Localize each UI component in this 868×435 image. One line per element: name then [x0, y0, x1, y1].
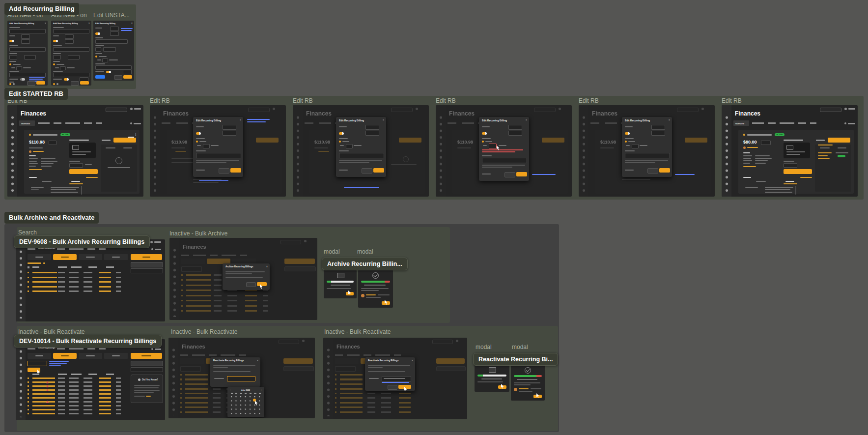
- customer-avatar[interactable]: [743, 146, 746, 149]
- frame-edit-rb-2[interactable]: Finances $110.98 Edit Recurring Billing …: [150, 105, 286, 197]
- frame-title-edit-rb-3[interactable]: Edit RB: [293, 97, 313, 104]
- tab-bar[interactable]: [57, 248, 126, 250]
- add-payment-button[interactable]: [828, 138, 850, 143]
- freq-select[interactable]: [9, 55, 17, 59]
- customer-link[interactable]: [33, 151, 44, 152]
- clear-date-link[interactable]: [382, 382, 409, 383]
- invoice-row-link[interactable]: [818, 155, 828, 156]
- day-grid[interactable]: [230, 396, 262, 415]
- radio-selected[interactable]: [53, 63, 55, 65]
- toggle-on[interactable]: [9, 40, 14, 42]
- value-input[interactable]: [110, 31, 119, 36]
- tab-bar[interactable]: [38, 122, 116, 124]
- frame-title-modal-1[interactable]: modal: [324, 248, 340, 255]
- table-search-input[interactable]: [131, 268, 163, 273]
- section-label-add-recurring-billing[interactable]: Add Recurring Billing: [4, 3, 79, 15]
- close-icon[interactable]: ×: [131, 22, 133, 25]
- tab-bar[interactable]: [57, 348, 126, 350]
- gear-icon[interactable]: [130, 122, 132, 124]
- amount-input[interactable]: [65, 34, 74, 39]
- amount-input[interactable]: [21, 34, 30, 39]
- save-button[interactable]: [230, 168, 241, 173]
- duration-input[interactable]: [102, 58, 108, 62]
- start-date-input[interactable]: [95, 39, 128, 44]
- frame-edit-rb-6[interactable]: Finances Overview ACTIVE $80.00: [722, 105, 858, 197]
- applicable-select[interactable]: [69, 163, 83, 168]
- customer-avatar[interactable]: [29, 150, 31, 153]
- frame-title-edit-rb-4[interactable]: Edit RB: [436, 97, 456, 104]
- active-radio[interactable]: [9, 83, 11, 85]
- scrollbar[interactable]: [795, 186, 796, 195]
- kebab-icon[interactable]: ⋮: [134, 132, 137, 136]
- invoice-theme-select[interactable]: [53, 73, 89, 77]
- active-radio[interactable]: [53, 83, 55, 85]
- status-tab-inactive-selected[interactable]: [53, 353, 77, 359]
- close-icon[interactable]: ×: [383, 119, 384, 121]
- close-icon[interactable]: ×: [412, 359, 413, 362]
- frame-title-search[interactable]: Search: [18, 229, 37, 236]
- frame-reactivate-confirm[interactable]: Finances Reactivate Recurring Billings ×: [323, 338, 467, 419]
- unarchive-button[interactable]: [95, 75, 105, 79]
- account-select[interactable]: [9, 29, 46, 33]
- see-changes-link[interactable]: [800, 177, 812, 178]
- scrollbar[interactable]: [81, 186, 82, 195]
- frame-title-edit-rb-2[interactable]: Edit RB: [150, 97, 170, 104]
- toast-user-link[interactable]: [519, 388, 529, 389]
- date-input[interactable]: [382, 376, 411, 381]
- add-payment-button[interactable]: [113, 138, 136, 143]
- bulk-select-dropdown[interactable]: [28, 361, 47, 366]
- frame-title-modal-4[interactable]: modal: [512, 344, 528, 350]
- frame-search-bulk-archive[interactable]: Recurring Billings: [16, 239, 165, 321]
- save-button[interactable]: [659, 168, 670, 173]
- export-button[interactable]: [131, 361, 163, 366]
- freq-input[interactable]: [95, 47, 101, 52]
- toggle-off[interactable]: [20, 78, 25, 81]
- search-input[interactable]: [106, 108, 127, 112]
- status-tab-active[interactable]: [28, 353, 51, 359]
- invoice-row-link[interactable]: [818, 158, 830, 159]
- avatar[interactable]: [130, 108, 133, 110]
- invalid-input[interactable]: [489, 144, 497, 148]
- archive-button[interactable]: [257, 282, 267, 286]
- status-tab-completed[interactable]: [79, 353, 102, 359]
- gear-icon[interactable]: [151, 348, 153, 350]
- cancel-button[interactable]: [388, 385, 397, 390]
- date-input-focused[interactable]: [227, 376, 255, 381]
- frame-title-inactive-bulk-reactivate-1[interactable]: Inactive - Bulk Reactivate: [18, 328, 84, 335]
- frame-title-modal-2[interactable]: modal: [357, 248, 373, 255]
- close-icon[interactable]: ×: [669, 119, 670, 121]
- value-input[interactable]: [65, 39, 74, 44]
- close-icon[interactable]: ×: [266, 265, 268, 268]
- activity-tab[interactable]: [785, 181, 794, 182]
- invoice-theme-select[interactable]: [95, 65, 132, 70]
- selected-day[interactable]: [253, 399, 256, 402]
- status-tab-archived[interactable]: [104, 254, 128, 260]
- toggle-on[interactable]: [106, 71, 111, 73]
- table-search-input[interactable]: [131, 367, 163, 372]
- status-tab-completed[interactable]: [79, 254, 102, 260]
- close-icon[interactable]: ×: [240, 119, 241, 121]
- close-icon[interactable]: ×: [526, 119, 527, 121]
- sidebar-icons[interactable]: [10, 115, 15, 194]
- applicable-select[interactable]: [784, 163, 797, 168]
- archive-button[interactable]: [131, 254, 162, 260]
- save-button[interactable]: [80, 81, 89, 85]
- upcoming-tab[interactable]: [820, 147, 830, 148]
- customer-link[interactable]: [747, 147, 758, 148]
- value-input[interactable]: [223, 131, 236, 136]
- save-button[interactable]: [123, 75, 132, 79]
- toggle-on[interactable]: [95, 32, 100, 35]
- cancel-button[interactable]: [504, 172, 515, 177]
- invoice-theme-select[interactable]: [196, 153, 241, 158]
- frame-title-inactive-bulk-archive[interactable]: Inactive - Bulk Archive: [169, 230, 227, 237]
- comments-tab[interactable]: [756, 181, 766, 182]
- cancel-button[interactable]: [647, 168, 658, 174]
- export-button[interactable]: [131, 262, 163, 267]
- toggle-on[interactable]: [53, 40, 58, 42]
- frame-edit-rb-4[interactable]: Finances $110.98 Edit Recurring Billing …: [436, 105, 572, 197]
- frame-inactive-bulk-archive[interactable]: Finances Archive Recurring Billings ×: [169, 238, 317, 320]
- save-button[interactable]: [373, 168, 384, 173]
- cancel-button[interactable]: [362, 168, 372, 174]
- table-rows[interactable]: [28, 272, 131, 295]
- start-date-input[interactable]: [9, 47, 46, 52]
